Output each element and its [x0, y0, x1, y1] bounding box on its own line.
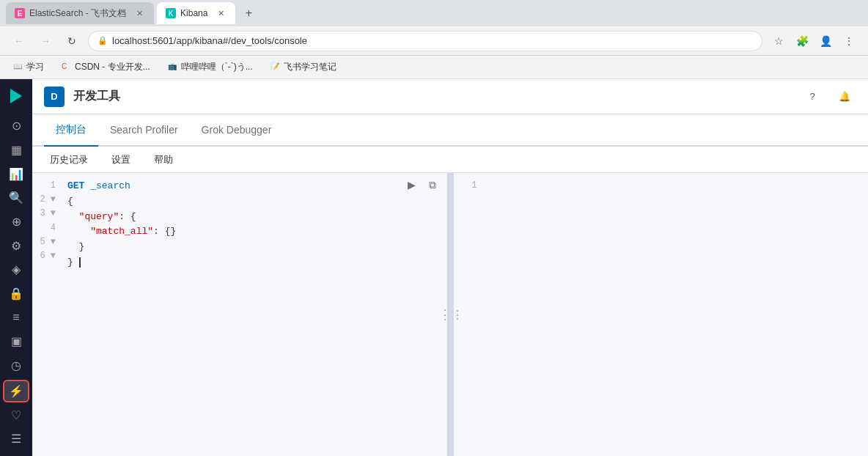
- result-content: [483, 173, 869, 456]
- bookmark-bilibili-label: 哔哩哔哩（`-`)う...: [181, 61, 253, 73]
- line-num-5: 5 ▼: [32, 235, 62, 249]
- tab-kibana-close[interactable]: ✕: [215, 7, 227, 19]
- line-num-3: 3 ▼: [32, 207, 62, 221]
- result-pane: 1: [454, 173, 869, 456]
- editor-actions: ▶ ⧉: [403, 176, 441, 194]
- bookmark-bilibili[interactable]: 📺 哔哩哔哩（`-`)う...: [163, 59, 257, 75]
- code-line-1: GET _search: [67, 179, 441, 194]
- tab-search-profiler-label: Search Profiler: [110, 124, 178, 136]
- tab-kibana[interactable]: K Kibana ✕: [157, 2, 235, 24]
- elastic-favicon: E: [15, 8, 25, 18]
- app-logo: D: [44, 87, 65, 107]
- bookmark-csdn-favicon: C: [62, 62, 72, 73]
- profile-button[interactable]: 👤: [815, 31, 836, 51]
- line-num-2: 2 ▼: [32, 193, 62, 207]
- sidebar-icon-logs[interactable]: ≡: [3, 306, 29, 329]
- browser-tab-bar: E ElasticSearch - 飞书文档 ✕ K Kibana ✕ +: [0, 0, 868, 26]
- sidebar-icon-devtools[interactable]: ⚡: [3, 380, 29, 402]
- editor-code-content[interactable]: GET _search { "query": { "match_all": {}…: [62, 173, 447, 456]
- bookmark-feishu-label: 飞书学习笔记: [284, 61, 336, 73]
- secure-icon: 🔒: [98, 36, 108, 45]
- line-num-1: 1: [32, 179, 62, 193]
- bookmark-xuexi-favicon: 📖: [13, 62, 23, 73]
- line-num-6: 6 ▼: [32, 249, 62, 263]
- app-header: D 开发工具 ? 🔔: [32, 79, 868, 114]
- bookmarks-bar: 📖 学习 C CSDN - 专业开发... 📺 哔哩哔哩（`-`)う... 📝 …: [0, 56, 868, 79]
- tab-console[interactable]: 控制台: [44, 114, 98, 147]
- kibana-logo: [3, 85, 29, 108]
- code-line-5: }: [67, 240, 441, 255]
- code-line-6: }: [67, 255, 441, 271]
- address-bar: ← → ↻ 🔒 localhost:5601/app/kibana#/dev_t…: [0, 26, 868, 56]
- refresh-button[interactable]: ↻: [62, 31, 82, 51]
- sidebar-icon-stack[interactable]: ♡: [3, 404, 29, 427]
- bookmark-feishu[interactable]: 📝 飞书学习笔记: [266, 59, 341, 75]
- kibana-favicon: K: [166, 8, 176, 18]
- bookmark-star-button[interactable]: ☆: [768, 31, 789, 51]
- run-button[interactable]: ▶: [403, 176, 421, 194]
- sidebar-icon-home[interactable]: ⊙: [3, 115, 29, 138]
- line-num-4: 4: [32, 221, 62, 235]
- extensions-button[interactable]: 🧩: [792, 31, 812, 51]
- bookmark-feishu-favicon: 📝: [271, 62, 281, 73]
- editor-pane[interactable]: 1 2 ▼ 3 ▼ 4 5 ▼ 6 ▼ GET _search { "query…: [32, 173, 448, 456]
- bookmark-xuexi-label: 学习: [26, 61, 44, 73]
- bookmark-csdn-label: CSDN - 专业开发...: [75, 61, 150, 73]
- sidebar-icon-ml[interactable]: ⚙: [3, 235, 29, 257]
- sidebar-icon-infra[interactable]: ▣: [3, 330, 29, 353]
- bookmark-bilibili-favicon: 📺: [168, 62, 178, 73]
- tab-grok-debugger-label: Grok Debugger: [202, 124, 272, 136]
- tab-kibana-label: Kibana: [180, 8, 207, 18]
- notifications-icon[interactable]: 🔔: [833, 85, 856, 109]
- main-content: D 开发工具 ? 🔔 控制台 Search Profiler Grok Debu…: [32, 79, 868, 456]
- toolbar: 历史记录 设置 帮助: [32, 147, 868, 173]
- new-tab-button[interactable]: +: [238, 3, 259, 23]
- tab-elastic[interactable]: E ElasticSearch - 飞书文档 ✕: [6, 2, 154, 24]
- toolbar-help[interactable]: 帮助: [148, 150, 179, 169]
- tabs-nav: 控制台 Search Profiler Grok Debugger: [32, 114, 868, 147]
- toolbar-settings[interactable]: 设置: [106, 150, 136, 169]
- url-bar[interactable]: 🔒 localhost:5601/app/kibana#/dev_tools/c…: [88, 31, 762, 51]
- copy-button[interactable]: ⧉: [424, 176, 441, 194]
- sidebar-icon-discover[interactable]: 🔍: [3, 187, 29, 210]
- back-button[interactable]: ←: [9, 31, 29, 51]
- drag-handle-icon: ⋮: [438, 306, 452, 323]
- editor-area: 1 2 ▼ 3 ▼ 4 5 ▼ 6 ▼ GET _search { "query…: [32, 173, 868, 456]
- result-line-num-1: 1: [454, 179, 483, 193]
- help-icon[interactable]: ?: [801, 85, 824, 109]
- tab-elastic-close[interactable]: ✕: [133, 7, 145, 19]
- sidebar-icon-analytics[interactable]: 📊: [3, 163, 29, 185]
- code-line-3: "query": {: [67, 210, 441, 225]
- menu-button[interactable]: ⋮: [839, 31, 859, 51]
- sidebar-icon-apm[interactable]: ◈: [3, 258, 29, 281]
- sidebar-icon-management[interactable]: ☰: [3, 427, 29, 450]
- sidebar-icon-siem[interactable]: 🔒: [3, 282, 29, 305]
- sidebar: ⊙ ▦ 📊 🔍 ⊕ ⚙ ◈ 🔒 ≡ ▣ ◷ ⚡ ♡ ☰: [0, 79, 32, 456]
- sidebar-icon-dashboard[interactable]: ▦: [3, 139, 29, 161]
- app-title: 开发工具: [73, 89, 120, 104]
- forward-button[interactable]: →: [35, 31, 56, 51]
- bookmark-csdn[interactable]: C CSDN - 专业开发...: [57, 59, 155, 75]
- sidebar-icon-maps[interactable]: ⊕: [3, 210, 29, 233]
- tab-search-profiler[interactable]: Search Profiler: [98, 114, 190, 147]
- code-line-2: {: [67, 194, 441, 210]
- code-line-4: "match_all": {}: [67, 224, 441, 240]
- tab-grok-debugger[interactable]: Grok Debugger: [190, 114, 284, 147]
- toolbar-history[interactable]: 历史记录: [44, 150, 94, 169]
- pane-drag-handle[interactable]: ⋮: [448, 173, 454, 456]
- tab-console-label: 控制台: [56, 123, 87, 136]
- address-bar-actions: ☆ 🧩 👤 ⋮: [768, 31, 859, 51]
- app-layout: ⊙ ▦ 📊 🔍 ⊕ ⚙ ◈ 🔒 ≡ ▣ ◷ ⚡ ♡ ☰ D 开发工具 ? 🔔 控…: [0, 79, 868, 456]
- editor-line-numbers: 1 2 ▼ 3 ▼ 4 5 ▼ 6 ▼: [32, 173, 62, 456]
- sidebar-icon-uptime[interactable]: ◷: [3, 354, 29, 377]
- bookmark-xuexi[interactable]: 📖 学习: [9, 59, 48, 75]
- tab-elastic-label: ElasticSearch - 飞书文档: [29, 7, 126, 20]
- url-text: localhost:5601/app/kibana#/dev_tools/con…: [112, 35, 307, 46]
